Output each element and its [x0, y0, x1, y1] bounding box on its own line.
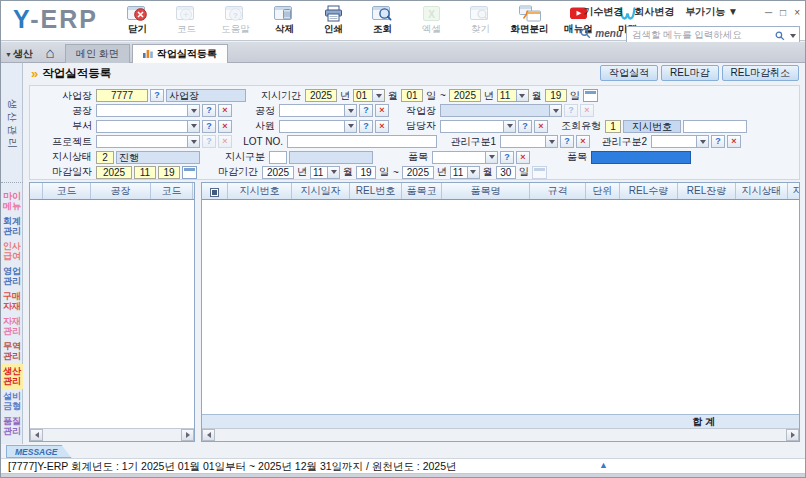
closing-from-day[interactable]: 19 [356, 166, 376, 179]
chevron-down-icon[interactable] [790, 34, 796, 38]
tab-work-result-registration[interactable]: 작업실적등록 [132, 44, 228, 63]
sidebar-item-trade[interactable]: 무역관리 [1, 339, 23, 364]
module-selector[interactable]: ▼생산 [5, 47, 33, 61]
column-header[interactable]: 코드 [43, 183, 91, 199]
calendar-button[interactable] [182, 166, 197, 179]
help-button[interactable]: ? [518, 120, 532, 133]
maximize-button[interactable]: □ [780, 7, 786, 18]
mgmt-class2-combo[interactable] [651, 135, 709, 148]
order-number-input[interactable] [683, 120, 747, 133]
work-order-grid-body[interactable] [202, 200, 799, 414]
column-header[interactable]: 품목명 [442, 183, 530, 199]
help-button[interactable]: ? [150, 89, 164, 102]
sidebar-item-production[interactable]: 생산관리 [1, 364, 23, 389]
project-combo[interactable] [96, 135, 200, 148]
change-company-link[interactable]: 회사변경 [634, 5, 674, 19]
combo-dropdown-button[interactable] [485, 152, 497, 163]
factory-grid-hscrollbar[interactable] [30, 428, 194, 441]
closing-to-month[interactable]: 11 [450, 166, 480, 179]
clear-button[interactable]: × [375, 104, 389, 117]
minimize-button[interactable]: ─ [765, 7, 772, 18]
column-header[interactable]: 코드 [151, 183, 193, 199]
menu-search-input[interactable] [626, 26, 800, 43]
closing-to-year[interactable]: 2025 [402, 166, 434, 179]
sidebar-item-sales[interactable]: 영업관리 [1, 264, 23, 289]
calendar-button[interactable] [583, 89, 598, 102]
work-result-button[interactable]: 작업실적 [600, 65, 658, 81]
closing-from-year[interactable]: 2025 [262, 166, 294, 179]
home-icon[interactable]: ⌂ [39, 43, 61, 62]
column-header[interactable]: 지시일자 [292, 183, 350, 199]
extra-functions-link[interactable]: 부가기능 ▼ [685, 5, 738, 19]
department-combo[interactable] [96, 120, 200, 133]
combo-dropdown-button[interactable] [545, 136, 557, 147]
help-button[interactable]: ? [202, 120, 216, 133]
sidebar-item-equipment[interactable]: 설비금형 [1, 389, 23, 414]
message-tab[interactable]: MESSAGE [6, 445, 72, 458]
process-combo[interactable] [279, 104, 357, 117]
help-button[interactable]: ? [560, 135, 574, 148]
clear-button[interactable]: × [375, 120, 389, 133]
work-order-grid-hscrollbar[interactable] [202, 428, 799, 441]
combo-dropdown-button[interactable] [503, 121, 515, 132]
lot-no-input[interactable] [287, 135, 437, 148]
clear-button[interactable]: × [516, 151, 530, 164]
help-button[interactable]: ? [202, 104, 216, 117]
toolbar-search-button[interactable]: 조회 [358, 3, 407, 36]
clear-button[interactable]: × [576, 135, 590, 148]
help-button[interactable]: ? [711, 135, 725, 148]
closing-day[interactable]: 19 [158, 166, 180, 179]
order-from-day[interactable]: 01 [401, 89, 423, 102]
combo-dropdown-button[interactable] [187, 136, 199, 147]
scroll-right-icon[interactable] [181, 429, 194, 441]
sidebar-item-purchasing[interactable]: 구매자재 [1, 289, 23, 314]
query-type-value[interactable]: 1 [605, 120, 621, 133]
factory-grid-body[interactable] [30, 200, 194, 428]
sidebar-item-accounting[interactable]: 회계관리 [1, 214, 23, 239]
column-header[interactable]: 규격 [530, 183, 586, 199]
item-combo[interactable] [432, 151, 498, 164]
combo-dropdown-button[interactable] [372, 90, 384, 101]
column-header[interactable]: 단위 [586, 183, 620, 199]
clear-button[interactable]: × [218, 120, 232, 133]
change-period-link[interactable]: 기수변경 [583, 5, 623, 19]
toolbar-close-button[interactable]: 닫기 [113, 3, 162, 36]
combo-dropdown-button[interactable] [344, 121, 356, 132]
toolbar-print-button[interactable]: 인쇄 [309, 3, 358, 36]
combo-dropdown-button[interactable] [516, 90, 528, 101]
business-site-code[interactable]: 7777 [96, 89, 148, 102]
factory-combo[interactable] [96, 104, 200, 117]
help-button[interactable]: ? [359, 104, 373, 117]
column-header[interactable] [30, 183, 43, 199]
combo-dropdown-button[interactable] [549, 105, 561, 116]
column-header[interactable]: REL잔량 [678, 183, 736, 199]
manager-combo[interactable] [440, 120, 516, 133]
order-class-code[interactable] [269, 151, 287, 164]
combo-dropdown-button[interactable] [187, 121, 199, 132]
closing-from-month[interactable]: 11 [310, 166, 340, 179]
combo-dropdown-button[interactable] [344, 105, 356, 116]
employee-combo[interactable] [279, 120, 357, 133]
column-header[interactable]: REL수량 [620, 183, 678, 199]
scroll-left-icon[interactable] [202, 429, 215, 441]
select-all-checkbox[interactable] [202, 183, 228, 199]
rel-close-cancel-button[interactable]: REL마감취소 [722, 65, 799, 81]
order-from-year[interactable]: 2025 [305, 89, 337, 102]
mgmt-class1-combo[interactable] [500, 135, 558, 148]
closing-month[interactable]: 11 [134, 166, 156, 179]
clear-button[interactable]: × [534, 120, 548, 133]
order-to-month[interactable]: 11 [497, 89, 529, 102]
sidebar-item-materials[interactable]: 자재관리 [1, 314, 23, 339]
sidebar-item-my-menu[interactable]: 마이메뉴 [1, 189, 23, 214]
closing-to-day[interactable]: 30 [496, 166, 516, 179]
combo-dropdown-button[interactable] [696, 136, 708, 147]
order-from-month[interactable]: 01 [353, 89, 385, 102]
clear-button[interactable]: × [218, 104, 232, 117]
toolbar-split-button[interactable]: 화면분리 [505, 3, 554, 36]
scroll-left-icon[interactable] [30, 429, 43, 441]
help-button[interactable]: ? [359, 120, 373, 133]
toolbar-del-button[interactable]: 삭제 [260, 3, 309, 36]
window-close-button[interactable]: × [794, 7, 800, 18]
rel-close-button[interactable]: REL마감 [661, 65, 718, 81]
column-header[interactable]: 공장 [91, 183, 151, 199]
